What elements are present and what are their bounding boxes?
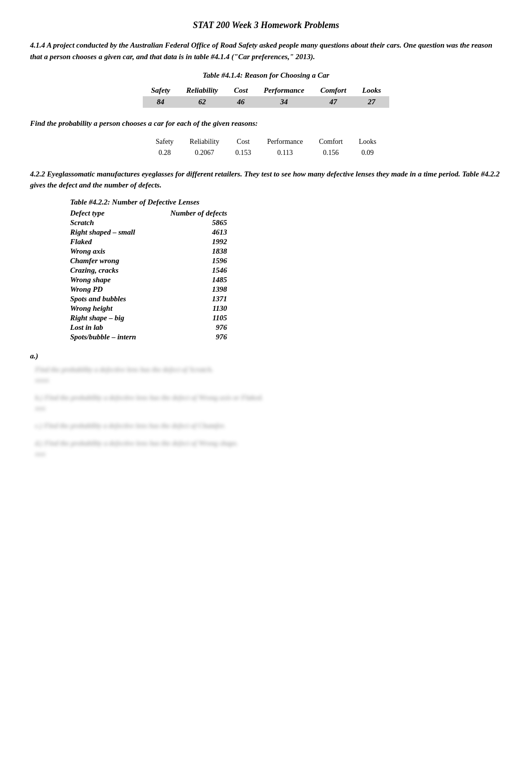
- prob-table-header: Reliability: [182, 136, 227, 147]
- answer-d: d.) Find the probability a defective len…: [35, 438, 502, 459]
- defect-type-cell: Flaked: [70, 237, 170, 247]
- prob-table-header: Looks: [351, 136, 384, 147]
- answer-d-text: d.) Find the probability a defective len…: [35, 438, 502, 459]
- defect-type-cell: Chamfer wrong: [70, 256, 170, 266]
- car-table-cell: 84: [143, 96, 178, 108]
- defect-count-cell: 1105: [170, 313, 227, 323]
- car-table-cell: 46: [226, 96, 256, 108]
- defect-type-cell: Wrong axis: [70, 247, 170, 256]
- section-4-2-intro: 4.2.2 Eyeglassomatic manufactures eyegla…: [30, 168, 502, 191]
- prob-table-cell: 0.28: [148, 147, 182, 158]
- car-table-header: Performance: [256, 85, 313, 96]
- prob-table-cell: 0.156: [311, 147, 351, 158]
- prob-table-header: Safety: [148, 136, 182, 147]
- defect-count-cell: 1398: [170, 285, 227, 294]
- prob-table-header: Cost: [227, 136, 259, 147]
- answer-b-text: b.) Find the probability a defective len…: [35, 393, 502, 414]
- prob-table-cell: 0.153: [227, 147, 259, 158]
- answers-section: a.) Find the probability a defective len…: [30, 352, 502, 459]
- car-table-cell: 27: [354, 96, 389, 108]
- answer-c-text: c.) Find the probability a defective len…: [35, 421, 502, 431]
- defect-count-cell: 4613: [170, 228, 227, 237]
- defect-type-cell: Spots/bubble – intern: [70, 332, 170, 342]
- car-table-cell: 47: [312, 96, 354, 108]
- car-table-header: Cost: [226, 85, 256, 96]
- defect-count-cell: 1130: [170, 304, 227, 313]
- answer-a: Find the probability a defective lens ha…: [35, 364, 502, 385]
- answer-a-label: a.): [30, 352, 502, 360]
- defect-count-cell: 1992: [170, 237, 227, 247]
- defect-table: Defect typeNumber of defectsScratch5865R…: [70, 209, 227, 342]
- defect-col-header: Defect type: [70, 209, 170, 218]
- defect-type-cell: Right shape – big: [70, 313, 170, 323]
- answer-a-text: Find the probability a defective lens ha…: [35, 364, 502, 385]
- table-4-1-title: Table #4.1.4: Reason for Choosing a Car: [30, 71, 502, 80]
- car-table-header: Looks: [354, 85, 389, 96]
- car-table-header: Safety: [143, 85, 178, 96]
- defect-type-cell: Wrong height: [70, 304, 170, 313]
- answer-b: b.) Find the probability a defective len…: [35, 393, 502, 414]
- answer-c: c.) Find the probability a defective len…: [35, 421, 502, 431]
- prob-intro: Find the probability a person chooses a …: [30, 118, 502, 129]
- car-table-header: Reliability: [178, 85, 226, 96]
- defect-table-title: Table #4.2.2: Number of Defective Lenses: [70, 198, 502, 207]
- prob-table-header: Performance: [259, 136, 311, 147]
- defect-type-cell: Wrong shape: [70, 275, 170, 285]
- prob-table-cell: 0.113: [259, 147, 311, 158]
- defect-count-cell: 1371: [170, 294, 227, 304]
- defect-type-cell: Crazing, cracks: [70, 266, 170, 275]
- probability-table: SafetyReliabilityCostPerformanceComfortL…: [148, 136, 384, 158]
- defect-count-cell: 1838: [170, 247, 227, 256]
- defect-count-cell: 1596: [170, 256, 227, 266]
- prob-table-header: Comfort: [311, 136, 351, 147]
- page-title: STAT 200 Week 3 Homework Problems: [30, 20, 502, 31]
- car-table-cell: 62: [178, 96, 226, 108]
- defect-type-cell: Scratch: [70, 218, 170, 228]
- section-4-1-intro: 4.1.4 A project conducted by the Austral…: [30, 40, 502, 62]
- car-table-header: Comfort: [312, 85, 354, 96]
- car-preference-table: SafetyReliabilityCostPerformanceComfortL…: [143, 85, 389, 108]
- defect-count-cell: 1485: [170, 275, 227, 285]
- defect-type-cell: Lost in lab: [70, 323, 170, 332]
- defect-type-cell: Spots and bubbles: [70, 294, 170, 304]
- defect-type-cell: Right shaped – small: [70, 228, 170, 237]
- defect-table-container: Table #4.2.2: Number of Defective Lenses…: [70, 198, 502, 342]
- defect-count-cell: 5865: [170, 218, 227, 228]
- prob-table-cell: 0.09: [351, 147, 384, 158]
- defect-type-cell: Wrong PD: [70, 285, 170, 294]
- prob-table-cell: 0.2067: [182, 147, 227, 158]
- defect-count-cell: 976: [170, 323, 227, 332]
- defect-count-cell: 976: [170, 332, 227, 342]
- car-table-cell: 34: [256, 96, 313, 108]
- defect-count-cell: 1546: [170, 266, 227, 275]
- defect-col-header: Number of defects: [170, 209, 227, 218]
